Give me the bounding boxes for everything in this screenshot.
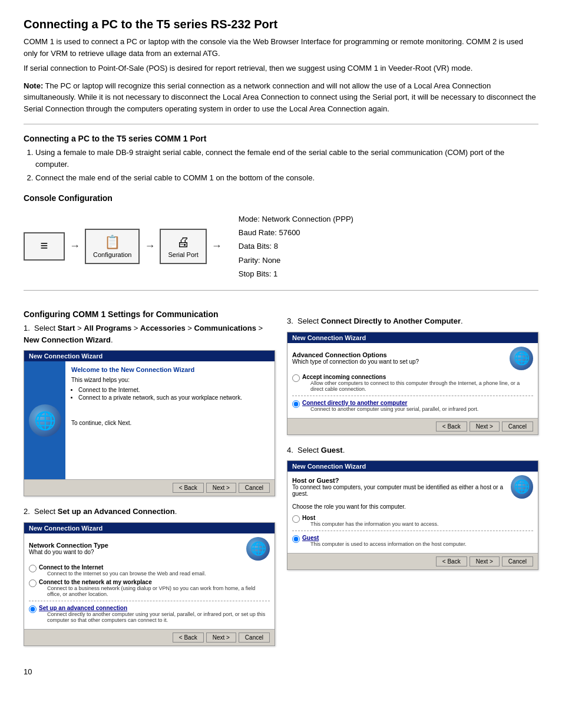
- wizard4-role-label: Choose the role you want for this comput…: [292, 502, 533, 511]
- wizard4-back-btn[interactable]: < Back: [436, 556, 467, 566]
- wizard2-next-btn[interactable]: Next >: [206, 633, 236, 643]
- wizard4-dialog: New Connection Wizard Host or Guest? To …: [287, 460, 538, 570]
- divider-2: [24, 290, 538, 291]
- wizard3-option1-label: Accept incoming connections Allow other …: [302, 374, 533, 392]
- wizard2-cancel-btn[interactable]: Cancel: [239, 633, 270, 643]
- arrow-2: →: [144, 240, 155, 252]
- arrow-1: →: [70, 240, 80, 252]
- wizard4-radio1[interactable]: [292, 515, 300, 523]
- arrow-3: →: [211, 240, 222, 252]
- wizard4-radio2[interactable]: [292, 535, 300, 543]
- wizard4-options: Choose the role you want for this comput…: [292, 502, 533, 547]
- step1-wizard: New Connection Wizard: [24, 335, 111, 344]
- wizard2-body: Network Connection Type What do you want…: [24, 533, 275, 629]
- wizard2-section-header: Network Connection Type: [29, 542, 108, 549]
- wizard2-option3-label: Set up an advanced connection Connect di…: [39, 605, 270, 623]
- wizard2-option2: Connect to the network at my workplace C…: [29, 579, 270, 597]
- wizard1-content: Welcome to the New Connection Wizard Thi…: [65, 361, 275, 479]
- note: Note: The PC or laptop will recognize th…: [24, 80, 538, 115]
- wizard2-header-row: Network Connection Type What do you want…: [29, 537, 270, 561]
- wizard2-back-btn[interactable]: < Back: [173, 633, 204, 643]
- wizard4-cancel-btn[interactable]: Cancel: [502, 556, 533, 566]
- comm-step2-text: 2. Select Set up an Advanced Connection.: [24, 506, 275, 518]
- step1-allprograms: All Programs: [84, 324, 131, 332]
- step2-label: Set up an Advanced Connection: [58, 507, 175, 516]
- section3-title: Configuring COMM 1 Settings for Communic…: [24, 309, 275, 319]
- wizard2-option1-label: Connect to the Internet Connect to the I…: [39, 564, 206, 577]
- note-label: Note:: [24, 81, 43, 90]
- wizard2-option3: Set up an advanced connection Connect di…: [29, 605, 270, 623]
- wizard4-option1: Host This computer has the information y…: [292, 515, 533, 527]
- wizard4-next-btn[interactable]: Next >: [470, 556, 500, 566]
- dashed-line-3: [292, 531, 533, 531]
- wizard3-globe-icon: 🌐: [510, 347, 533, 370]
- wizard1-dialog: New Connection Wizard 🌐 Welcome to the N…: [24, 350, 275, 496]
- wizard4-titlebar: New Connection Wizard: [287, 461, 538, 472]
- parity-line: Parity: None: [239, 253, 353, 267]
- wizard1-footer-text: To continue, click Next.: [71, 419, 269, 427]
- wizard1-sidebar: 🌐: [24, 361, 65, 479]
- wizard1-heading: Welcome to the New Connection Wizard: [71, 366, 269, 373]
- document-icon: ≡: [41, 238, 48, 253]
- wizard3-back-btn[interactable]: < Back: [436, 421, 467, 431]
- wizard2-radio3[interactable]: [29, 605, 37, 613]
- wizard2-header-text: Network Connection Type What do you want…: [29, 542, 108, 555]
- wizard3-radio2[interactable]: [292, 400, 300, 408]
- wizard3-option2-label: Connect directly to another computer Con…: [302, 400, 478, 412]
- wizard2-radio2[interactable]: [29, 579, 37, 587]
- wizard3-titlebar: New Connection Wizard: [287, 332, 538, 343]
- wizard1-next-btn[interactable]: Next >: [206, 483, 236, 493]
- page-container: Connecting a PC to the T5 series RS-232 …: [24, 18, 538, 676]
- wizard3-section-header: Advanced Connection Options: [292, 351, 419, 358]
- step3-label: Connect Directly to Another Computer: [321, 317, 461, 325]
- wizard3-option1: Accept incoming connections Allow other …: [292, 374, 533, 392]
- mode-info: Mode: Network Connection (PPP) Baud Rate…: [239, 212, 353, 281]
- step1-accessories: Accessories: [140, 324, 186, 332]
- globe-icon: 🌐: [29, 404, 61, 437]
- console-config: ≡ → 📋 Configuration → 🖨 Serial Port → Mo…: [24, 212, 538, 281]
- wizard3-footer: < Back Next > Cancel: [287, 418, 538, 434]
- wizard3-radio1[interactable]: [292, 374, 300, 382]
- console-box-doc: ≡: [24, 232, 65, 261]
- wizard2-titlebar: New Connection Wizard: [24, 523, 275, 533]
- wizard4-option2-label: Guest This computer is used to access in…: [302, 535, 467, 547]
- wizard1-back-btn[interactable]: < Back: [173, 483, 204, 493]
- dashed-line-1: [29, 601, 270, 601]
- wizard4-section-sub: To connect two computers, your computer …: [292, 484, 511, 497]
- wizard3-body: Advanced Connection Options Which type o…: [287, 343, 538, 418]
- comm-step1-text: 1. Select Start > All Programs > Accesso…: [24, 322, 275, 345]
- bullet-1: Connect to the Internet.: [78, 387, 269, 393]
- wizard3-options: Accept incoming connections Allow other …: [292, 374, 533, 412]
- data-line: Data Bits: 8: [239, 239, 353, 253]
- wizard4-option1-label: Host This computer has the information y…: [302, 515, 439, 527]
- intro-p1: COMM 1 is used to connect a PC or laptop…: [24, 36, 538, 59]
- wizard4-section-header: Host or Guest?: [292, 477, 511, 484]
- wizard3-cancel-btn[interactable]: Cancel: [502, 421, 533, 431]
- wizard4-body: Host or Guest? To connect two computers,…: [287, 472, 538, 553]
- main-title: Connecting a PC to the T5 series RS-232 …: [24, 18, 538, 31]
- wizard3-next-btn[interactable]: Next >: [470, 421, 500, 431]
- mode-line: Mode: Network Connection (PPP): [239, 212, 353, 226]
- bullet-2: Connect to a private network, such as yo…: [78, 394, 269, 401]
- console-flow: ≡ → 📋 Configuration → 🖨 Serial Port → Mo…: [24, 212, 538, 281]
- config-icon: 📋: [104, 235, 120, 250]
- section1-step1: Using a female to male DB-9 straight ser…: [35, 147, 538, 170]
- note-text: The PC or laptop will recognize this ser…: [24, 81, 536, 113]
- wizard4-option2: Guest This computer is used to access in…: [292, 535, 533, 547]
- serial-icon: 🖨: [177, 235, 190, 250]
- wizard2-option1: Connect to the Internet Connect to the I…: [29, 564, 270, 577]
- divider-1: [24, 124, 538, 124]
- section1-step2: Connect the male end of the serial cable…: [35, 172, 538, 184]
- wizard1-desc: This wizard helps you:: [71, 375, 269, 384]
- wizard1-cancel-btn[interactable]: Cancel: [239, 483, 270, 493]
- intro-p2: If serial connection to Point-Of-Sale (P…: [24, 62, 538, 74]
- stop-line: Stop Bits: 1: [239, 267, 353, 281]
- step1-start: Start: [58, 324, 75, 332]
- wizard4-globe-icon: 🌐: [511, 475, 533, 499]
- wizard1-footer: < Back Next > Cancel: [24, 479, 275, 496]
- section1-steps: Using a female to male DB-9 straight ser…: [35, 147, 538, 184]
- comm-step3-text: 3. Select Connect Directly to Another Co…: [287, 315, 538, 327]
- wizard3-header-row: Advanced Connection Options Which type o…: [292, 347, 533, 370]
- wizard2-radio1[interactable]: [29, 565, 37, 572]
- wizard4-header-row: Host or Guest? To connect two computers,…: [292, 475, 533, 499]
